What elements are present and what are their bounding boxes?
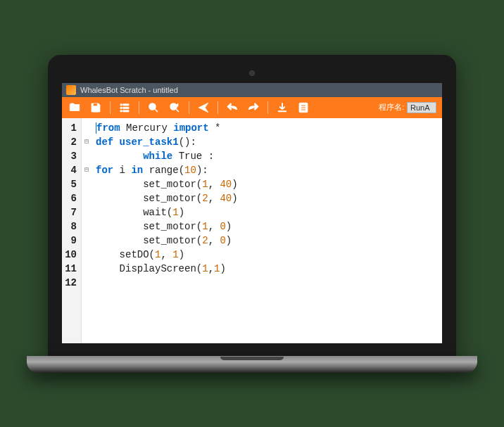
checklist-icon[interactable]: [296, 101, 310, 115]
line-number: 6: [65, 191, 77, 205]
code-token: ): [226, 235, 232, 246]
save-icon[interactable]: [89, 101, 103, 115]
code-token: ): [232, 193, 237, 204]
code-token: DisplayScreen(: [120, 263, 203, 274]
code-line[interactable]: for i in range(10):: [96, 163, 438, 177]
program-name-group: 程序名:: [379, 102, 436, 113]
code-line[interactable]: wait(1): [96, 205, 438, 219]
separator: [218, 101, 218, 114]
code-token: ,: [208, 193, 220, 204]
line-number: 10: [65, 248, 77, 262]
find-icon[interactable]: [146, 101, 160, 115]
window-title: WhalesBot Scratch - untitled: [80, 86, 178, 94]
separator: [189, 101, 189, 114]
redo-icon[interactable]: [246, 101, 260, 115]
code-token: import: [173, 122, 208, 134]
code-token: def: [96, 136, 120, 148]
code-editor[interactable]: 123456789101112 ⊟⊟ from Mercury import *…: [62, 118, 442, 343]
toolbar: 程序名:: [62, 97, 442, 118]
fold-toggle-icon: [82, 234, 92, 248]
code-line[interactable]: set_motor(1, 40): [96, 177, 438, 191]
code-line[interactable]: DisplayScreen(1,1): [96, 262, 438, 276]
code-token: 1: [172, 249, 178, 260]
code-token: 2: [202, 235, 208, 246]
code-token: wait(: [143, 207, 172, 218]
code-token: range(: [143, 165, 184, 176]
fold-toggle-icon: [82, 177, 92, 191]
code-line[interactable]: setDO(1, 1): [96, 248, 438, 262]
code-token: 1: [202, 221, 208, 232]
code-token: set_motor(: [143, 193, 202, 204]
line-number: 8: [65, 219, 77, 234]
replace-icon[interactable]: [168, 101, 182, 115]
code-token: user_task1: [120, 136, 179, 148]
code-token: 10: [184, 165, 196, 176]
app-icon: [66, 85, 76, 95]
fold-toggle-icon: [82, 149, 92, 163]
separator: [267, 101, 268, 114]
line-number: 12: [65, 276, 77, 290]
fold-toggle-icon: [82, 276, 92, 290]
fold-toggle-icon: [82, 248, 92, 262]
code-token: setDO(: [120, 249, 155, 260]
line-number: 4: [65, 163, 77, 177]
code-line[interactable]: set_motor(2, 40): [96, 191, 438, 205]
code-token: ): [179, 249, 184, 260]
line-number: 1: [65, 121, 77, 135]
separator: [110, 101, 111, 114]
code-token: ): [179, 207, 184, 218]
code-token: 1: [172, 207, 178, 218]
code-token: ,: [160, 249, 172, 260]
open-icon[interactable]: [68, 101, 82, 115]
line-gutter: 123456789101112: [62, 118, 82, 343]
code-token: *: [209, 122, 221, 134]
separator: [139, 101, 139, 114]
code-line[interactable]: from Mercury import *: [96, 121, 438, 135]
fold-toggle-icon: [82, 191, 92, 205]
fold-toggle-icon: [82, 205, 92, 219]
code-token: ): [220, 263, 225, 274]
download-icon[interactable]: [275, 101, 289, 115]
code-token: ,: [208, 263, 214, 274]
code-token: ): [232, 179, 237, 190]
code-area[interactable]: from Mercury import *def user_task1(): w…: [92, 118, 442, 343]
code-token: ,: [208, 179, 220, 190]
code-token: 0: [220, 221, 225, 232]
undo-icon[interactable]: [225, 101, 239, 115]
code-token: set_motor(: [143, 235, 202, 246]
code-token: ():: [179, 136, 196, 148]
code-token: set_motor(: [143, 179, 202, 190]
camera-icon: [249, 70, 255, 76]
code-token: ,: [208, 235, 220, 246]
code-line[interactable]: while True :: [96, 149, 438, 163]
list-icon[interactable]: [118, 101, 132, 115]
code-token: ):: [196, 165, 208, 176]
fold-column: ⊟⊟: [82, 118, 92, 343]
code-token: Mercury: [120, 122, 174, 134]
send-icon[interactable]: [196, 101, 210, 115]
line-number: 3: [65, 149, 77, 163]
code-token: for: [96, 165, 113, 176]
code-line[interactable]: set_motor(2, 0): [96, 234, 438, 248]
code-line[interactable]: set_motor(1, 0): [96, 219, 438, 234]
code-token: 40: [220, 179, 232, 190]
laptop-base: [27, 356, 477, 373]
fold-toggle-icon[interactable]: ⊟: [82, 135, 92, 149]
code-token: True :: [172, 151, 214, 162]
line-number: 7: [65, 205, 77, 219]
line-number: 11: [65, 262, 77, 276]
code-token: 40: [220, 193, 232, 204]
code-token: in: [131, 165, 143, 176]
code-line[interactable]: def user_task1():: [96, 135, 438, 149]
window-titlebar: WhalesBot Scratch - untitled: [62, 83, 442, 97]
screen-frame: WhalesBot Scratch - untitled 程序: [48, 55, 456, 356]
laptop-mock: WhalesBot Scratch - untitled 程序: [48, 55, 456, 373]
code-line[interactable]: [96, 276, 438, 290]
code-token: 1: [202, 179, 208, 190]
fold-toggle-icon[interactable]: ⊟: [82, 163, 92, 177]
code-token: while: [143, 151, 172, 162]
fold-toggle-icon: [82, 121, 92, 135]
line-number: 2: [65, 135, 77, 149]
program-name-input[interactable]: [407, 102, 436, 113]
fold-toggle-icon: [82, 262, 92, 276]
